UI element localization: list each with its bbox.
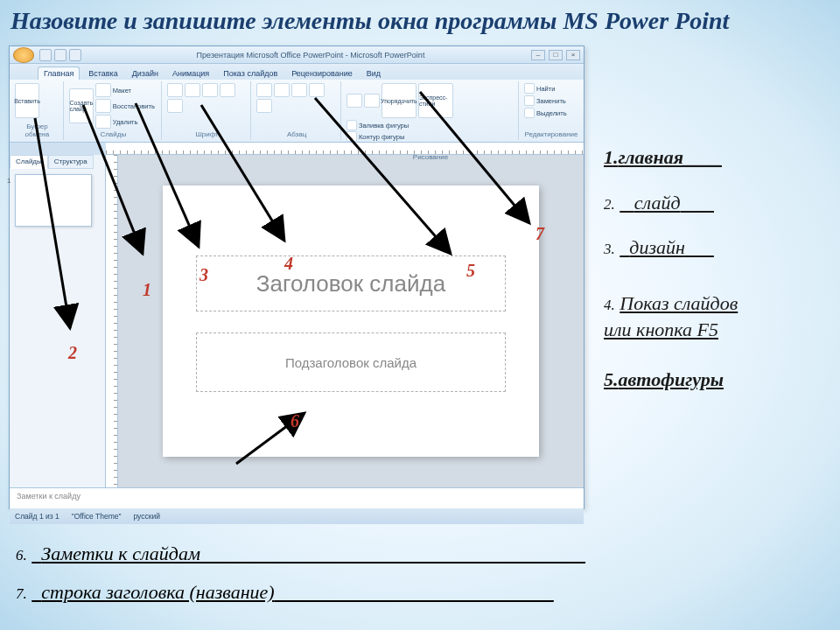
answer-3-num: 3. xyxy=(604,241,615,257)
callout-2: 2 xyxy=(68,343,77,363)
left-panel-tabs: Слайды Структура xyxy=(10,155,105,169)
shape-icon-2[interactable] xyxy=(364,94,380,108)
layout-button[interactable]: Макет xyxy=(95,83,155,97)
replace-icon xyxy=(524,95,535,106)
answer-4-num: 4. xyxy=(604,297,615,313)
callout-1: 1 xyxy=(143,280,151,300)
answer-4-line1: Показ слайдов xyxy=(620,292,738,314)
tab-view[interactable]: Вид xyxy=(361,67,386,80)
bullets-icon[interactable] xyxy=(256,83,272,97)
numbering-icon[interactable] xyxy=(274,83,290,97)
group-slides-label: Слайды xyxy=(69,130,158,138)
reset-icon xyxy=(95,99,111,113)
qat-redo-icon[interactable] xyxy=(69,49,81,61)
group-editing: Найти Заменить Выделить Редактирование xyxy=(521,81,582,140)
group-font-label: Шрифт xyxy=(167,130,248,138)
answer-3: 3. дизайн xyxy=(604,234,831,261)
tab-insert[interactable]: Вставка xyxy=(83,67,122,80)
statusbar: Слайд 1 из 1 "Office Theme" русский xyxy=(10,508,584,524)
answer-5-text: автофигуры xyxy=(619,368,724,390)
notes-pane[interactable]: Заметки к слайду xyxy=(10,487,584,508)
quick-styles-button[interactable]: Экспресс-стили xyxy=(418,83,453,118)
shape-icon[interactable] xyxy=(346,94,362,108)
instruction-title: Назовите и запишите элементы окна програ… xyxy=(10,7,840,35)
window-title-text: Презентация Microsoft Office PowerPoint … xyxy=(90,51,531,60)
answer-5: 5.автофигуры xyxy=(604,367,831,393)
subtitle-placeholder[interactable]: Подзаголовок слайда xyxy=(196,332,506,392)
answers-bottom: 6. Заметки к слайдам____________________… xyxy=(16,542,821,620)
delete-button[interactable]: Удалить xyxy=(95,115,155,129)
workspace: Слайды Структура Заголовок слайда Подзаг… xyxy=(10,155,584,487)
answer-1: 1.главная____ xyxy=(604,144,831,171)
slide-thumbnail[interactable] xyxy=(15,174,92,227)
qat-save-icon[interactable] xyxy=(39,49,52,61)
shape-outline-button[interactable]: Контур фигуры xyxy=(346,131,418,142)
tab-design[interactable]: Дизайн xyxy=(127,67,164,80)
qat-undo-icon[interactable] xyxy=(54,49,66,61)
tab-home[interactable]: Главная xyxy=(38,66,80,80)
font-underline-icon[interactable] xyxy=(202,83,218,97)
minimize-button[interactable]: – xyxy=(531,50,545,60)
status-language: русский xyxy=(133,512,160,521)
layout-icon xyxy=(95,83,111,97)
reset-button[interactable]: Восстановить xyxy=(95,99,155,113)
answer-4-line2: или кнопка F5 xyxy=(604,318,718,340)
replace-button[interactable]: Заменить xyxy=(524,95,578,106)
find-icon xyxy=(524,83,535,94)
close-button[interactable]: × xyxy=(566,50,580,60)
answer-6: 6. Заметки к слайдам____________________… xyxy=(16,542,821,565)
answer-7-num: 7. xyxy=(16,585,27,602)
answer-7: 7. строка заголовка (название)__________… xyxy=(16,581,821,604)
vertical-ruler xyxy=(106,155,118,487)
delete-icon xyxy=(95,115,111,129)
font-color-icon[interactable] xyxy=(167,99,183,113)
group-clipboard: Вставить Буфер обмена xyxy=(11,81,64,140)
shape-fill-button[interactable]: Заливка фигуры xyxy=(346,120,418,130)
callout-3: 3 xyxy=(200,265,208,285)
status-theme: "Office Theme" xyxy=(72,512,122,521)
group-font: Шрифт xyxy=(164,81,252,140)
align-right-icon[interactable] xyxy=(256,99,272,113)
group-paragraph: Абзац xyxy=(253,81,341,140)
ribbon-tabs: Главная Вставка Дизайн Анимация Показ сл… xyxy=(10,64,584,80)
align-left-icon[interactable] xyxy=(291,83,307,97)
window-controls: – □ × xyxy=(531,50,580,60)
arrange-button[interactable]: Упорядочить xyxy=(382,83,416,118)
tab-slides-panel[interactable]: Слайды xyxy=(10,155,48,169)
ribbon: Вставить Буфер обмена Создать слайд Маке… xyxy=(10,80,584,143)
callout-7: 7 xyxy=(536,224,544,244)
align-center-icon[interactable] xyxy=(309,83,325,97)
tab-slideshow[interactable]: Показ слайдов xyxy=(218,67,283,80)
select-icon xyxy=(524,108,535,118)
group-drawing: Упорядочить Экспресс-стили Заливка фигур… xyxy=(343,81,519,140)
tab-review[interactable]: Рецензирование xyxy=(286,67,358,80)
font-italic-icon[interactable] xyxy=(185,83,200,97)
callout-6: 6 xyxy=(290,411,299,431)
fill-icon xyxy=(346,120,357,130)
tab-animations[interactable]: Анимация xyxy=(167,67,214,80)
answer-1-num: 1. xyxy=(604,146,619,168)
office-button[interactable] xyxy=(13,47,34,63)
font-bold-icon[interactable] xyxy=(167,83,183,97)
answer-3-text: дизайн xyxy=(629,236,685,258)
new-slide-button[interactable]: Создать слайд xyxy=(69,88,94,123)
group-slides: Создать слайд Макет Восстановить Удалить… xyxy=(66,81,162,140)
status-slide-count: Слайд 1 из 1 xyxy=(15,512,60,521)
answer-7-text: строка заголовка (название) xyxy=(41,581,274,603)
slides-panel: Слайды Структура xyxy=(10,155,106,487)
slide-canvas[interactable]: Заголовок слайда Подзаголовок слайда xyxy=(163,186,539,457)
title-placeholder[interactable]: Заголовок слайда xyxy=(196,256,506,312)
font-size-icon[interactable] xyxy=(220,83,235,97)
slide-editor: Заголовок слайда Подзаголовок слайда xyxy=(106,155,584,487)
maximize-button[interactable]: □ xyxy=(549,50,563,60)
answer-5-num: 5. xyxy=(604,368,619,390)
answer-6-text: Заметки к слайдам xyxy=(41,542,200,564)
paste-button[interactable]: Вставить xyxy=(15,83,39,118)
answer-6-num: 6. xyxy=(16,547,27,564)
callout-5: 5 xyxy=(466,261,475,281)
tab-outline-panel[interactable]: Структура xyxy=(48,155,94,169)
callout-4: 4 xyxy=(284,254,293,274)
select-button[interactable]: Выделить xyxy=(524,108,578,118)
answer-2-num: 2. xyxy=(604,196,615,213)
find-button[interactable]: Найти xyxy=(524,83,578,94)
